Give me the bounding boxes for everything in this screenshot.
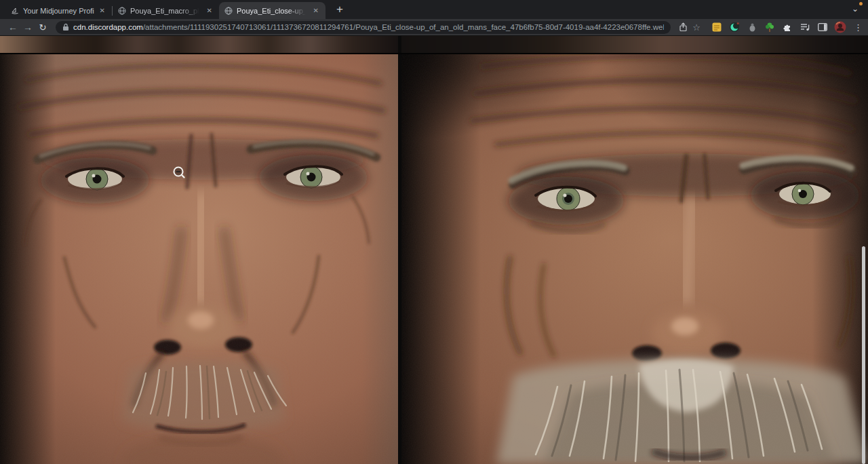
tree-extension-icon[interactable] xyxy=(763,20,776,34)
gray-mouse-extension-icon[interactable] xyxy=(745,20,759,34)
browser-menu-kebab-icon[interactable]: ⋮ xyxy=(854,22,863,33)
notification-dot xyxy=(859,2,863,5)
tab-search-chevron-icon[interactable]: ⌄ xyxy=(852,4,859,14)
bookmark-star-icon[interactable]: ☆ xyxy=(690,20,703,34)
midjourney-logo-icon xyxy=(11,7,19,15)
tab-close-icon[interactable]: ✕ xyxy=(98,6,106,16)
left-portrait-image[interactable] xyxy=(0,54,398,464)
image-panels xyxy=(0,54,868,464)
extensions-area: ⋮ xyxy=(710,20,863,34)
grid-top-right-edge xyxy=(401,36,868,53)
yellow-grid-extension-icon[interactable] xyxy=(710,20,724,34)
forward-button[interactable]: → xyxy=(20,20,35,34)
globe-icon xyxy=(118,7,126,15)
profile-avatar[interactable] xyxy=(833,20,847,34)
grid-top-left-edge xyxy=(0,36,398,53)
dark-reader-extension-icon[interactable] xyxy=(728,20,741,34)
share-button[interactable] xyxy=(676,20,690,34)
url-text: cdn.discordapp.com/attachments/111193025… xyxy=(73,23,664,31)
url-domain: cdn.discordapp.com xyxy=(73,23,143,31)
page-content xyxy=(0,36,868,464)
back-button[interactable]: ← xyxy=(5,20,20,34)
url-path: /attachments/1111930251740713061/1113736… xyxy=(143,23,664,31)
tab-strip: Your Midjourney Profile ✕ Pouya_Eti_macr… xyxy=(0,0,868,19)
globe-icon xyxy=(224,7,233,15)
playlist-extension-icon[interactable] xyxy=(798,20,812,34)
tab-title: Your Midjourney Profile xyxy=(23,7,94,15)
tab-midjourney-profile[interactable]: Your Midjourney Profile ✕ xyxy=(5,2,112,19)
tab-close-icon[interactable]: ✕ xyxy=(205,6,214,16)
right-portrait-art xyxy=(401,54,868,464)
tab-close-icon[interactable]: ✕ xyxy=(312,6,320,16)
browser-window: Your Midjourney Profile ✕ Pouya_Eti_macr… xyxy=(0,0,868,464)
tab-close-up-active[interactable]: Pouya_Eti_close-up_of_an_ol ✕ xyxy=(219,2,326,19)
side-panel-icon[interactable] xyxy=(816,20,829,34)
tab-macro-photo[interactable]: Pouya_Eti_macro_photo_of_a ✕ xyxy=(113,2,219,19)
toolbar: ← → ↻ cdn.discordapp.com/attachments/111… xyxy=(0,19,868,36)
extensions-puzzle-icon[interactable] xyxy=(781,20,794,34)
address-bar[interactable]: cdn.discordapp.com/attachments/111193025… xyxy=(56,21,671,34)
tab-title: Pouya_Eti_close-up_of_an_ol xyxy=(237,7,308,15)
new-tab-button[interactable]: + xyxy=(334,3,346,16)
left-portrait-art xyxy=(0,54,398,464)
vertical-scrollbar-thumb[interactable] xyxy=(862,246,865,464)
padlock-icon xyxy=(62,23,69,31)
tab-title: Pouya_Eti_macro_photo_of_a xyxy=(130,7,201,15)
reload-button[interactable]: ↻ xyxy=(35,20,50,34)
right-portrait-image[interactable] xyxy=(401,54,868,464)
grid-top-row-edge xyxy=(0,36,868,54)
